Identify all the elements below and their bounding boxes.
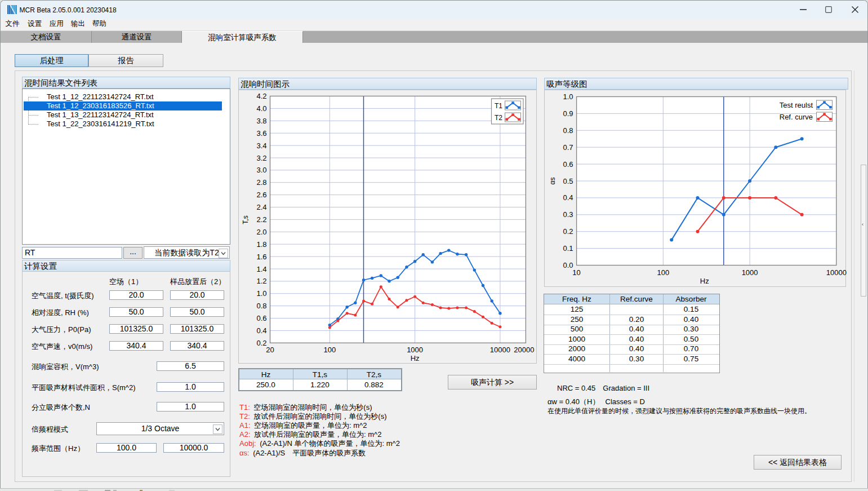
svg-text:0.5: 0.5 [563, 177, 573, 185]
svg-text:0.2: 0.2 [563, 227, 573, 236]
svg-text:20000: 20000 [514, 346, 534, 354]
svg-text:0.2: 0.2 [256, 339, 266, 347]
svg-text:10: 10 [572, 268, 580, 277]
svg-text:Hz: Hz [411, 354, 420, 362]
svg-text:1.6: 1.6 [256, 253, 266, 261]
svg-text:2.8: 2.8 [256, 178, 266, 187]
svg-text:1.0: 1.0 [256, 289, 266, 298]
svg-text:1000: 1000 [407, 346, 423, 354]
svg-text:1.8: 1.8 [256, 240, 266, 249]
svg-text:1000: 1000 [742, 268, 758, 277]
svg-text:0.6: 0.6 [563, 160, 573, 169]
svg-text:0.9: 0.9 [563, 109, 573, 118]
svg-text:0.6: 0.6 [256, 314, 266, 322]
svg-text:0.7: 0.7 [563, 143, 573, 152]
svg-text:0.4: 0.4 [256, 326, 266, 335]
svg-text:4.0: 4.0 [256, 104, 266, 113]
svg-text:0.8: 0.8 [256, 302, 266, 310]
svg-text:0.4: 0.4 [563, 193, 573, 202]
svg-text:3.0: 3.0 [256, 166, 266, 174]
svg-text:4.2: 4.2 [256, 92, 266, 100]
svg-text:100: 100 [657, 268, 669, 277]
svg-text:Ref. curve: Ref. curve [780, 113, 813, 121]
svg-text:20: 20 [266, 346, 274, 354]
svg-text:0.0: 0.0 [563, 261, 573, 269]
svg-text:3.2: 3.2 [256, 154, 266, 162]
svg-text:10000: 10000 [826, 268, 847, 277]
svg-text:Test reulst: Test reulst [780, 101, 813, 109]
svg-text:0.3: 0.3 [563, 210, 573, 219]
svg-text:T1: T1 [495, 102, 502, 110]
svg-text:1.0: 1.0 [563, 92, 573, 101]
svg-text:1.4: 1.4 [256, 265, 266, 273]
svg-text:T,s: T,s [242, 215, 250, 224]
svg-text:2.2: 2.2 [256, 215, 266, 224]
svg-text:0.1: 0.1 [563, 244, 573, 253]
svg-text:αs: αs [549, 178, 557, 185]
svg-text:T2: T2 [495, 114, 502, 122]
svg-text:Hz: Hz [700, 277, 709, 285]
svg-text:1.2: 1.2 [256, 277, 266, 285]
svg-text:3.4: 3.4 [256, 141, 266, 150]
svg-text:2.0: 2.0 [256, 228, 266, 236]
svg-text:2.4: 2.4 [256, 203, 266, 211]
svg-text:10000: 10000 [490, 346, 510, 354]
svg-text:3.6: 3.6 [256, 129, 266, 138]
svg-text:2.6: 2.6 [256, 191, 266, 199]
svg-text:0.8: 0.8 [563, 126, 573, 135]
svg-text:100: 100 [323, 346, 336, 354]
svg-text:3.8: 3.8 [256, 117, 266, 125]
